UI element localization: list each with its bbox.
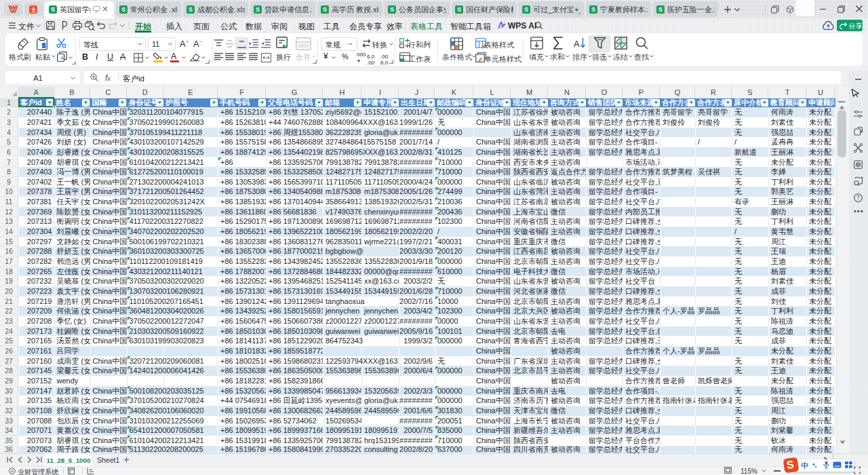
svg-text:A: A <box>574 39 580 49</box>
svg-text:G: G <box>11 469 14 473</box>
svg-text:?: ? <box>856 194 860 201</box>
